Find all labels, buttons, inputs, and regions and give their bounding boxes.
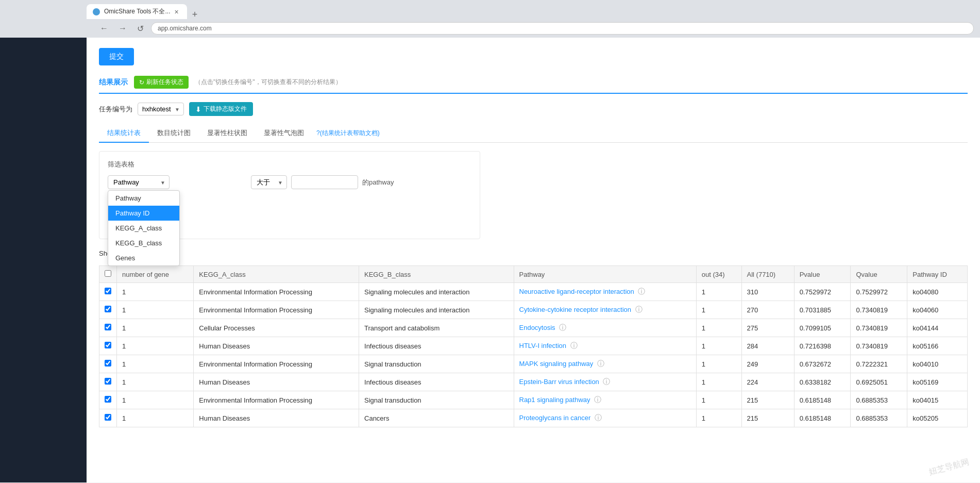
pathway-link[interactable]: Endocytosis <box>519 324 555 331</box>
row-checkbox[interactable] <box>105 378 111 385</box>
table-row: 1 Environmental Information Processing S… <box>99 301 968 319</box>
info-icon[interactable]: ⓘ <box>603 377 610 386</box>
tabs-bar: 结果统计表 数目统计图 显著性柱状图 显著性气泡图 ?(结果统计表帮助文档) <box>99 124 968 143</box>
pathway-link[interactable]: Proteoglycans in cancer <box>519 414 591 422</box>
row-checkbox[interactable] <box>105 414 111 421</box>
tab-close-button[interactable]: × <box>174 8 178 16</box>
task-row: 任务编号为 hxhkotest ⬇ 下载静态版文件 <box>99 102 968 116</box>
dropdown-item-kegg-b[interactable]: KEGG_B_class <box>108 236 179 251</box>
filter-field-select[interactable]: Pathway <box>108 175 170 189</box>
cell-pathway-id: ko04060 <box>907 301 968 319</box>
col-pvalue: Pvalue <box>794 266 851 283</box>
table-row: 1 Environmental Information Processing S… <box>99 391 968 409</box>
cell-pathway: MAPK signaling pathway ⓘ <box>514 355 696 373</box>
pathway-link[interactable]: HTLV-I infection <box>519 342 567 349</box>
cell-kegg-b: Signal transduction <box>359 355 514 373</box>
tab-count-chart[interactable]: 数目统计图 <box>149 124 199 143</box>
select-all-checkbox[interactable] <box>105 270 111 277</box>
cell-pvalue: 0.7099105 <box>794 319 851 337</box>
reload-button[interactable]: ↺ <box>134 23 147 35</box>
sidebar <box>0 38 87 482</box>
cell-all: 270 <box>741 301 794 319</box>
filter-title: 筛选表格 <box>108 160 471 169</box>
cell-pvalue: 0.6732672 <box>794 355 851 373</box>
filter-select-wrapper: Pathway Pathway Pathway ID KEGG_A_class … <box>108 175 170 189</box>
cell-out: 1 <box>696 283 741 301</box>
cell-pathway-id: ko04010 <box>907 355 968 373</box>
operator-select-wrapper: 大于 <box>251 175 287 189</box>
submit-button[interactable]: 提交 <box>99 48 134 65</box>
tab-results-table[interactable]: 结果统计表 <box>99 124 149 143</box>
info-icon[interactable]: ⓘ <box>594 395 601 404</box>
cell-number: 1 <box>117 283 194 301</box>
refresh-button[interactable]: ↻ 刷新任务状态 <box>134 76 189 89</box>
info-icon[interactable]: ⓘ <box>595 413 602 422</box>
info-icon[interactable]: ⓘ <box>597 359 604 368</box>
row-checkbox[interactable] <box>105 324 111 330</box>
cell-pathway-id: ko05205 <box>907 409 968 427</box>
cell-all: 224 <box>741 373 794 391</box>
cell-all: 275 <box>741 319 794 337</box>
cell-kegg-a: Environmental Information Processing <box>194 283 359 301</box>
col-kegg-a: KEGG_A_class <box>194 266 359 283</box>
table-header-row: number of gene KEGG_A_class KEGG_B_class… <box>99 266 968 283</box>
show-entries: Show 10 entries <box>99 247 968 259</box>
info-icon[interactable]: ⓘ <box>570 341 578 349</box>
info-icon[interactable]: ⓘ <box>635 305 643 313</box>
info-icon[interactable]: ⓘ <box>638 287 645 295</box>
dropdown-item-pathway-id[interactable]: Pathway ID <box>108 206 179 221</box>
browser-tab[interactable]: OmicShare Tools 不全... × <box>87 4 187 19</box>
cell-pvalue: 0.6185148 <box>794 409 851 427</box>
cell-number: 1 <box>117 409 194 427</box>
favicon-icon <box>93 8 100 15</box>
row-checkbox[interactable] <box>105 288 111 294</box>
cell-all: 215 <box>741 409 794 427</box>
row-checkbox-cell <box>99 337 117 355</box>
tab-help-link[interactable]: ?(结果统计表帮助文档) <box>312 124 384 142</box>
row-checkbox[interactable] <box>105 306 111 312</box>
download-button[interactable]: ⬇ 下载静态版文件 <box>189 102 253 116</box>
cell-out: 1 <box>696 373 741 391</box>
pathway-link[interactable]: MAPK signaling pathway <box>519 360 594 368</box>
pathway-link[interactable]: Rap1 signaling pathway <box>519 396 590 404</box>
row-checkbox[interactable] <box>105 360 111 367</box>
pathway-link[interactable]: Neuroactive ligand-receptor interaction <box>519 288 634 295</box>
cell-out: 1 <box>696 301 741 319</box>
cell-pathway: Neuroactive ligand-receptor interaction … <box>514 283 696 301</box>
new-tab-button[interactable]: + <box>187 10 203 19</box>
info-icon[interactable]: ⓘ <box>559 323 566 331</box>
dropdown-item-pathway[interactable]: Pathway <box>108 191 179 206</box>
data-table: number of gene KEGG_A_class KEGG_B_class… <box>99 265 968 427</box>
cell-number: 1 <box>117 391 194 409</box>
dropdown-item-genes[interactable]: Genes <box>108 251 179 265</box>
col-number-of-gene: number of gene <box>117 266 194 283</box>
forward-button[interactable]: → <box>115 23 130 34</box>
cell-kegg-b: Signaling molecules and interaction <box>359 301 514 319</box>
cell-qvalue: 0.6885353 <box>851 409 907 427</box>
cell-out: 1 <box>696 355 741 373</box>
cell-qvalue: 0.7529972 <box>851 283 907 301</box>
tab-significance-bar[interactable]: 显著性柱状图 <box>199 124 256 143</box>
back-button[interactable]: ← <box>97 23 111 34</box>
pathway-text: 的pathway <box>362 178 394 187</box>
row-checkbox[interactable] <box>105 396 111 403</box>
operator-select[interactable]: 大于 <box>251 175 287 189</box>
pathway-link[interactable]: Cytokine-cytokine receptor interaction <box>519 306 632 313</box>
download-label: 下载静态版文件 <box>204 105 247 113</box>
table-row: 1 Environmental Information Processing S… <box>99 283 968 301</box>
task-select[interactable]: hxhkotest <box>138 103 184 115</box>
row-checkbox[interactable] <box>105 342 111 348</box>
cell-all: 215 <box>741 391 794 409</box>
cell-out: 1 <box>696 337 741 355</box>
address-input[interactable] <box>151 22 974 35</box>
cell-kegg-a: Human Diseases <box>194 409 359 427</box>
cell-pathway: Epstein-Barr virus infection ⓘ <box>514 373 696 391</box>
cell-qvalue: 0.6925051 <box>851 373 907 391</box>
table-row: 1 Human Diseases Infectious diseases HTL… <box>99 337 968 355</box>
dropdown-item-kegg-a[interactable]: KEGG_A_class <box>108 221 179 236</box>
col-checkbox <box>99 266 117 283</box>
pathway-link[interactable]: Epstein-Barr virus infection <box>519 378 599 386</box>
browser-chrome: OmicShare Tools 不全... × + ← → ↺ <box>0 0 980 38</box>
filter-value-input[interactable] <box>291 175 358 189</box>
tab-significance-bubble[interactable]: 显著性气泡图 <box>256 124 312 143</box>
